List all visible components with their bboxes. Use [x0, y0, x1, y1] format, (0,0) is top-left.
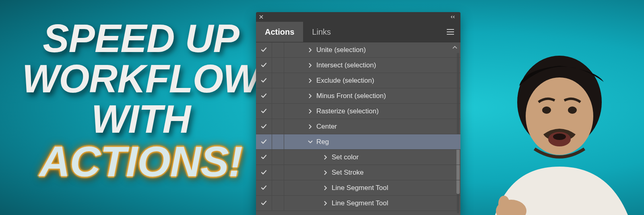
- action-row-label: Center: [316, 123, 337, 131]
- panel-titlebar: [256, 12, 460, 22]
- chevron-right-icon[interactable]: [307, 94, 314, 98]
- toggle-column[interactable]: [272, 58, 284, 73]
- action-row[interactable]: Intersect (selection): [256, 58, 460, 73]
- headline-line-2: WORKFLOW: [16, 59, 266, 99]
- svg-point-4: [548, 132, 571, 146]
- action-row[interactable]: Set Stroke: [256, 165, 460, 180]
- svg-point-3: [568, 106, 577, 114]
- check-icon[interactable]: [256, 196, 272, 211]
- action-row-label: Rasterize (selection): [316, 107, 379, 115]
- svg-point-1: [526, 77, 593, 155]
- action-row[interactable]: Reg: [256, 134, 460, 150]
- toggle-column[interactable]: [272, 165, 284, 180]
- check-icon[interactable]: [256, 58, 272, 73]
- chevron-right-icon[interactable]: [307, 48, 314, 52]
- svg-point-6: [496, 200, 526, 215]
- chevron-right-icon[interactable]: [322, 170, 329, 175]
- collapse-icon[interactable]: [451, 15, 457, 19]
- tab-actions[interactable]: Actions: [256, 22, 303, 42]
- headline-line-4: ACTIONS!: [16, 140, 266, 183]
- toggle-column[interactable]: [272, 88, 284, 103]
- close-icon[interactable]: [259, 15, 263, 20]
- check-icon[interactable]: [256, 104, 272, 119]
- toggle-column[interactable]: [272, 104, 284, 119]
- check-icon[interactable]: [256, 42, 272, 57]
- toggle-column[interactable]: [272, 180, 284, 195]
- svg-point-7: [498, 196, 510, 212]
- toggle-column[interactable]: [272, 150, 284, 165]
- headline-line-3: WITH: [16, 99, 266, 140]
- panel-tabbar: Actions Links: [256, 22, 460, 42]
- toggle-column[interactable]: [272, 134, 284, 149]
- action-row-label: Minus Front (selection): [316, 92, 386, 100]
- action-row-label: Intersect (selection): [316, 61, 376, 69]
- check-icon[interactable]: [256, 150, 272, 165]
- tab-links-label: Links: [312, 27, 331, 37]
- action-list: Unite (selection)Intersect (selection)Ex…: [256, 42, 460, 215]
- action-row[interactable]: Set color: [256, 150, 460, 165]
- svg-point-2: [542, 106, 551, 114]
- action-row[interactable]: Center: [256, 119, 460, 134]
- toggle-column[interactable]: [272, 73, 284, 88]
- action-row-label: Unite (selection): [316, 46, 366, 54]
- presenter-photo: [459, 46, 644, 215]
- check-icon[interactable]: [256, 119, 272, 134]
- svg-point-5: [553, 134, 566, 140]
- chevron-down-icon[interactable]: [307, 140, 314, 144]
- action-row-label: Exclude (selection): [316, 77, 374, 85]
- svg-point-0: [517, 56, 602, 148]
- check-icon[interactable]: [256, 180, 272, 195]
- chevron-right-icon[interactable]: [322, 201, 329, 206]
- action-row[interactable]: Line Segment Tool: [256, 180, 460, 196]
- toggle-column[interactable]: [272, 196, 284, 211]
- action-row-label: Set color: [332, 153, 359, 161]
- headline-line-1: SPEED UP: [16, 19, 266, 59]
- action-row-label: Line Segment Tool: [332, 199, 388, 207]
- action-row-label: Set Stroke: [332, 169, 363, 177]
- action-row[interactable]: Line Segment Tool: [256, 196, 460, 211]
- action-row[interactable]: Exclude (selection): [256, 73, 460, 88]
- chevron-right-icon[interactable]: [307, 63, 314, 68]
- action-row-label: Reg: [316, 138, 329, 146]
- toggle-column[interactable]: [272, 119, 284, 134]
- panel-menu-icon[interactable]: [444, 22, 457, 42]
- headline: SPEED UP WORKFLOW WITH ACTIONS!: [16, 19, 266, 183]
- check-icon[interactable]: [256, 165, 272, 180]
- tab-actions-label: Actions: [265, 27, 294, 37]
- chevron-right-icon[interactable]: [307, 124, 314, 129]
- chevron-right-icon[interactable]: [322, 186, 329, 190]
- actions-panel: Actions Links Unite (selection)Intersect…: [256, 12, 460, 215]
- action-row[interactable]: Unite (selection): [256, 42, 460, 58]
- chevron-right-icon[interactable]: [322, 155, 329, 160]
- action-row[interactable]: Rasterize (selection): [256, 104, 460, 119]
- check-icon[interactable]: [256, 134, 272, 149]
- check-icon[interactable]: [256, 73, 272, 88]
- chevron-right-icon[interactable]: [307, 78, 314, 83]
- tab-links[interactable]: Links: [303, 22, 340, 42]
- toggle-column[interactable]: [272, 42, 284, 57]
- action-row-label: Line Segment Tool: [332, 184, 388, 192]
- action-row[interactable]: Minus Front (selection): [256, 88, 460, 104]
- check-icon[interactable]: [256, 88, 272, 103]
- chevron-right-icon[interactable]: [307, 109, 314, 114]
